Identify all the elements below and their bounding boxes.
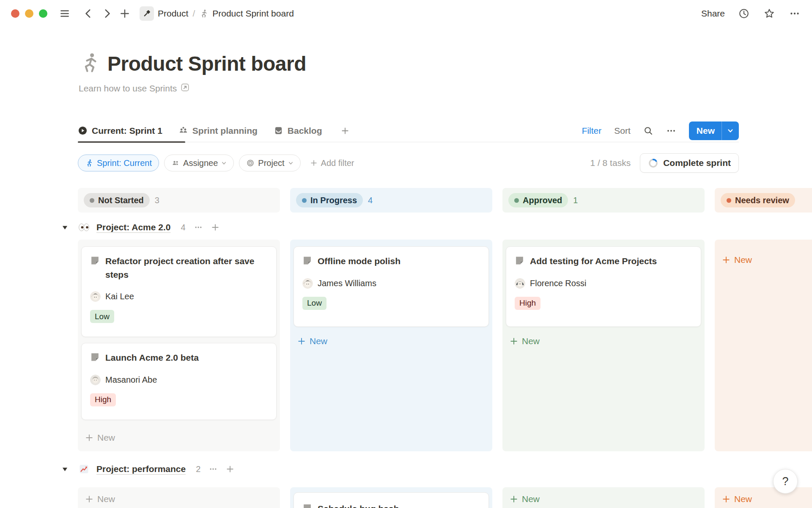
card-title: Schedule bug bash bbox=[318, 502, 399, 508]
new-card-button[interactable]: New bbox=[502, 332, 705, 351]
group-header-performance: Project: performance 2 bbox=[62, 459, 234, 479]
plus-icon bbox=[510, 337, 518, 345]
task-card-schedule-bug-bash[interactable]: Schedule bug bash bbox=[294, 492, 489, 508]
task-card-launch-beta[interactable]: Launch Acme 2.0 beta Masanori Abe High bbox=[81, 343, 277, 420]
complete-sprint-button[interactable]: Complete sprint bbox=[640, 153, 739, 173]
group-add-icon[interactable] bbox=[211, 223, 219, 232]
breadcrumb-page[interactable]: Product Sprint board bbox=[199, 8, 294, 19]
doc-page-icon bbox=[515, 256, 524, 265]
breadcrumb-page-label: Product Sprint board bbox=[212, 8, 294, 19]
task-card-add-testing[interactable]: Add testing for Acme Projects Florence R… bbox=[506, 246, 701, 327]
plus-icon bbox=[310, 159, 318, 167]
share-button[interactable]: Share bbox=[701, 8, 725, 19]
new-card-button[interactable]: New bbox=[502, 490, 705, 508]
column-header-not-started[interactable]: Not Started 3 bbox=[78, 188, 280, 213]
collapse-triangle-icon[interactable] bbox=[62, 224, 68, 231]
task-card-refactor[interactable]: Refactor project creation after save ste… bbox=[81, 246, 277, 337]
column-header-needs-review[interactable]: Needs review bbox=[715, 188, 812, 213]
group-add-icon[interactable] bbox=[226, 465, 234, 473]
priority-badge: High bbox=[515, 297, 540, 310]
card-title: Launch Acme 2.0 beta bbox=[105, 351, 199, 364]
chevron-down-icon bbox=[221, 158, 227, 168]
new-dropdown-chevron-icon[interactable] bbox=[722, 121, 739, 140]
people-icon bbox=[171, 159, 180, 167]
new-tab-icon[interactable] bbox=[118, 7, 131, 20]
view-tabs: Current: Sprint 1 Sprint planning Backlo… bbox=[78, 126, 349, 136]
priority-badge: Low bbox=[90, 310, 114, 323]
status-dot bbox=[302, 198, 307, 203]
external-link-icon bbox=[181, 83, 189, 94]
view-tabs-row: Current: Sprint 1 Sprint planning Backlo… bbox=[78, 119, 739, 142]
new-card-button[interactable]: New bbox=[78, 490, 280, 508]
favorite-star-icon[interactable] bbox=[763, 7, 776, 20]
doc-page-icon bbox=[302, 503, 312, 508]
people-icon bbox=[178, 126, 188, 135]
hammer-icon bbox=[140, 6, 154, 21]
new-card-button[interactable]: New bbox=[715, 251, 812, 269]
add-filter-button[interactable]: Add filter bbox=[310, 158, 354, 168]
help-button[interactable]: ? bbox=[773, 469, 798, 494]
group-title[interactable]: Project: performance bbox=[96, 464, 186, 474]
minimize-window-button[interactable] bbox=[25, 9, 33, 18]
zoom-window-button[interactable] bbox=[39, 9, 47, 18]
assignee-name: Masanori Abe bbox=[105, 375, 157, 385]
avatar bbox=[302, 278, 313, 289]
add-view-icon[interactable] bbox=[341, 127, 349, 135]
page-title: Product Sprint board bbox=[107, 52, 306, 75]
assignee-name: Florence Rossi bbox=[530, 279, 586, 288]
more-options-icon[interactable] bbox=[788, 7, 801, 20]
breadcrumb: Product / Product Sprint board bbox=[140, 6, 294, 21]
history-clock-icon[interactable] bbox=[738, 7, 750, 20]
view-more-options-icon[interactable] bbox=[666, 126, 676, 136]
card-assignee: James Williams bbox=[302, 278, 480, 289]
column-body-needs-review bbox=[715, 240, 812, 451]
view-toolbar: Filter Sort New bbox=[582, 121, 739, 140]
new-card-button[interactable]: New bbox=[78, 428, 280, 447]
avatar bbox=[90, 375, 101, 385]
new-card-button[interactable]: New bbox=[715, 490, 812, 508]
sprint-filter-pill[interactable]: Sprint: Current bbox=[78, 155, 159, 171]
tab-sprint-planning[interactable]: Sprint planning bbox=[178, 126, 258, 136]
target-icon bbox=[246, 159, 255, 167]
close-window-button[interactable] bbox=[11, 9, 19, 18]
topbar-actions: Share bbox=[701, 7, 801, 20]
task-card-offline-mode[interactable]: Offline mode polish James Williams Low bbox=[294, 246, 489, 327]
tab-current-sprint[interactable]: Current: Sprint 1 bbox=[78, 126, 162, 136]
card-assignee: Florence Rossi bbox=[515, 278, 692, 289]
breadcrumb-teamspace[interactable]: Product bbox=[140, 6, 188, 21]
column-header-approved[interactable]: Approved 1 bbox=[502, 188, 705, 213]
group-title[interactable]: Project: Acme 2.0 bbox=[96, 222, 170, 232]
page-header: Product Sprint board Learn how to use Sp… bbox=[79, 52, 306, 94]
back-icon[interactable] bbox=[82, 7, 95, 20]
column-count: 1 bbox=[573, 196, 578, 205]
card-title: Add testing for Acme Projects bbox=[530, 254, 657, 268]
active-tab-underline bbox=[78, 141, 185, 143]
column-count: 3 bbox=[155, 196, 159, 205]
avatar bbox=[515, 278, 525, 289]
filter-button[interactable]: Filter bbox=[582, 126, 602, 136]
learn-sprints-link[interactable]: Learn how to use Sprints bbox=[79, 83, 306, 94]
new-card-button[interactable]: New bbox=[290, 332, 492, 351]
card-assignee: Kai Lee bbox=[90, 291, 268, 302]
doc-page-icon bbox=[302, 256, 312, 265]
status-dot bbox=[727, 198, 731, 203]
status-dot bbox=[514, 198, 519, 203]
column-header-in-progress[interactable]: In Progress 4 bbox=[290, 188, 492, 213]
group-more-icon[interactable] bbox=[194, 223, 203, 232]
group-more-icon[interactable] bbox=[209, 465, 217, 473]
sort-button[interactable]: Sort bbox=[614, 126, 631, 136]
search-icon[interactable] bbox=[643, 126, 653, 136]
assignee-filter-pill[interactable]: Assignee bbox=[164, 155, 234, 171]
group-header-acme: Project: Acme 2.0 4 bbox=[62, 218, 219, 237]
tab-backlog[interactable]: Backlog bbox=[274, 126, 322, 136]
play-icon bbox=[78, 126, 88, 135]
project-filter-pill[interactable]: Project bbox=[239, 155, 300, 171]
collapse-triangle-icon[interactable] bbox=[62, 466, 68, 472]
sidebar-toggle-icon[interactable] bbox=[58, 7, 71, 20]
new-button[interactable]: New bbox=[689, 121, 739, 140]
page-runner-icon[interactable] bbox=[79, 52, 101, 75]
forward-icon[interactable] bbox=[101, 7, 113, 20]
runner-icon bbox=[199, 9, 208, 18]
group-count: 4 bbox=[181, 223, 185, 232]
doc-page-icon bbox=[90, 256, 100, 265]
